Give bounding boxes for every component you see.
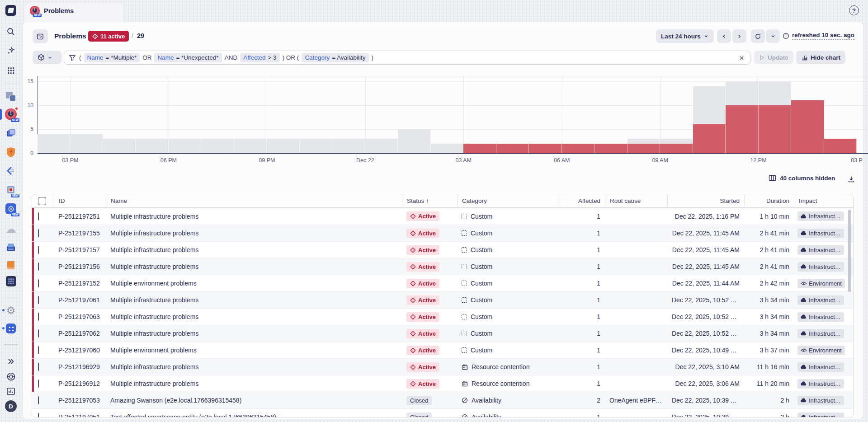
problem-name[interactable]: Multiple environment problems (106, 347, 402, 354)
row-select-cell[interactable] (32, 363, 54, 370)
sidebar-item-user-avatar[interactable]: D (5, 400, 17, 413)
sidebar-item-kubernetes[interactable]: NEW (5, 202, 17, 215)
sidebar-item-hub[interactable] (5, 275, 17, 287)
column-header-id[interactable]: ID (54, 194, 106, 207)
problem-id[interactable]: P-2512197060 (54, 347, 106, 354)
row-checkbox[interactable] (38, 363, 39, 371)
problem-name[interactable]: Multiple infrastructure problems (106, 313, 402, 320)
sidebar-item-notebooks[interactable] (5, 259, 17, 272)
row-select-cell[interactable] (32, 280, 54, 287)
problem-id[interactable]: P-2512196929 (54, 363, 106, 370)
row-checkbox[interactable] (38, 396, 39, 404)
problem-name[interactable]: Multiple infrastructure problems (106, 330, 402, 337)
problem-id[interactable]: P-2512197063 (54, 313, 106, 320)
problem-id[interactable]: P-2512197157 (54, 246, 106, 253)
table-row[interactable]: P-2512197156Multiple infrastructure prob… (32, 258, 853, 275)
row-checkbox[interactable] (38, 313, 39, 321)
status-badge: Active (406, 329, 439, 338)
row-select-cell[interactable] (32, 230, 54, 237)
sidebar-item-reports[interactable] (5, 385, 17, 398)
problem-id[interactable]: P-2512197251 (54, 213, 106, 220)
table-row[interactable]: P-2512196912Multiple infrastructure prob… (32, 375, 853, 392)
sidebar-item-support[interactable] (5, 370, 17, 383)
table-row[interactable]: P-2512197060Multiple environment problem… (32, 342, 853, 358)
problem-name[interactable]: Multiple infrastructure problems (106, 213, 402, 220)
problem-id[interactable]: P-2512197155 (54, 230, 106, 237)
columns-hidden-button[interactable]: 40 columns hidden (769, 174, 835, 182)
table-row[interactable]: P-2512197053Amazing Swanson (e2e.local.1… (32, 392, 853, 408)
problem-name[interactable]: Multiple infrastructure problems (106, 363, 402, 370)
row-select-cell[interactable] (32, 213, 54, 220)
row-checkbox[interactable] (38, 246, 39, 254)
problem-name[interactable]: Multiple environment problems (106, 280, 402, 287)
select-all-checkbox[interactable] (38, 197, 46, 205)
row-checkbox[interactable] (38, 413, 39, 417)
row-select-cell[interactable] (32, 380, 54, 387)
problem-name[interactable]: Multiple infrastructure problems (106, 246, 402, 253)
table-scrollbar[interactable] (848, 210, 851, 292)
problems-timeline-chart[interactable]: 05101503 PM06 PM09 PMDec 2203 AM06 AM09 … (0, 0, 868, 172)
row-select-cell[interactable] (32, 263, 54, 270)
column-header-affected[interactable]: Affected (560, 194, 605, 207)
column-header-name[interactable]: Name (106, 194, 402, 207)
row-select-cell[interactable] (32, 413, 54, 417)
download-icon[interactable] (846, 174, 856, 184)
column-header-duration[interactable]: Duration (744, 194, 794, 207)
row-checkbox[interactable] (38, 329, 39, 338)
table-row[interactable]: P-2512196929Multiple infrastructure prob… (32, 358, 853, 375)
table-row[interactable]: P-2512197157Multiple infrastructure prob… (32, 241, 853, 258)
table-row[interactable]: P-2512197062Multiple infrastructure prob… (32, 325, 853, 342)
impact-cell: </>Environment (794, 346, 854, 355)
table-row[interactable]: P-2512197155Multiple infrastructure prob… (32, 225, 853, 241)
problem-name[interactable]: Amazing Swanson (e2e.local.1766396315458… (106, 397, 402, 404)
sidebar-item-extensions[interactable] (5, 322, 17, 335)
column-header-status[interactable]: Status ↑ (402, 194, 457, 207)
chart-bar-active (726, 105, 758, 153)
row-select-cell[interactable] (32, 330, 54, 337)
problem-name[interactable]: Multiple infrastructure problems (106, 296, 402, 304)
row-checkbox[interactable] (38, 229, 39, 237)
sidebar-item-clouds[interactable]: ☁ (5, 223, 17, 235)
table-row[interactable]: P-2512197063Multiple infrastructure prob… (32, 308, 853, 325)
row-select-cell[interactable] (32, 313, 54, 320)
column-header-category[interactable]: Category (457, 194, 560, 207)
row-checkbox[interactable] (38, 263, 39, 271)
x-axis-tick-label: 06 AM (554, 157, 570, 164)
column-header-impact[interactable]: Impact (794, 194, 854, 207)
sidebar-item-expand-sidebar[interactable] (5, 355, 17, 368)
problem-name[interactable]: Multiple infrastructure problems (106, 263, 402, 270)
impact-badge: Infrastruct… (797, 262, 844, 272)
category-cell: Custom (457, 313, 560, 320)
row-select-cell[interactable] (32, 347, 54, 354)
problem-id[interactable]: P-2512197051 (54, 413, 106, 417)
row-checkbox[interactable] (38, 279, 39, 287)
row-checkbox[interactable] (38, 296, 39, 304)
column-header-started[interactable]: Started (667, 194, 744, 207)
problem-id[interactable]: P-2512197062 (54, 330, 106, 337)
row-checkbox[interactable] (38, 212, 39, 220)
problem-name[interactable]: Test affected smartscape entity (e2e.loc… (106, 413, 402, 417)
started-time: Dec 22, 2025, 10:52 AM (667, 330, 744, 337)
table-row[interactable]: P-2512197061Multiple infrastructure prob… (32, 291, 853, 308)
row-checkbox[interactable] (38, 346, 39, 354)
problem-name[interactable]: Multiple infrastructure problems (106, 230, 402, 237)
sidebar-item-services-boxes[interactable] (5, 241, 17, 253)
problem-id[interactable]: P-2512197061 (54, 296, 106, 304)
problem-id[interactable]: P-2512196912 (54, 380, 106, 387)
affected-count: 1 (560, 280, 605, 287)
table-row[interactable]: P-2512197051Test affected smartscape ent… (32, 408, 853, 417)
row-select-cell[interactable] (32, 246, 54, 253)
row-select-cell[interactable] (32, 397, 54, 404)
problem-id[interactable]: P-2512197152 (54, 280, 106, 287)
sidebar-item-workloads-cube[interactable]: NEW (5, 183, 17, 196)
row-select-cell[interactable] (32, 296, 54, 304)
sidebar-item-settings-gear[interactable]: ⚙ (5, 304, 17, 317)
table-row[interactable]: P-2512197152Multiple environment problem… (32, 275, 853, 291)
problem-name[interactable]: Multiple infrastructure problems (106, 380, 402, 387)
problem-id[interactable]: P-2512197156 (54, 263, 106, 270)
column-header-root-cause[interactable]: Root cause (605, 194, 667, 207)
table-row[interactable]: P-2512197251Multiple infrastructure prob… (32, 208, 853, 225)
select-all-checkbox-cell[interactable] (32, 194, 54, 207)
row-checkbox[interactable] (38, 380, 39, 388)
problem-id[interactable]: P-2512197053 (54, 397, 106, 404)
